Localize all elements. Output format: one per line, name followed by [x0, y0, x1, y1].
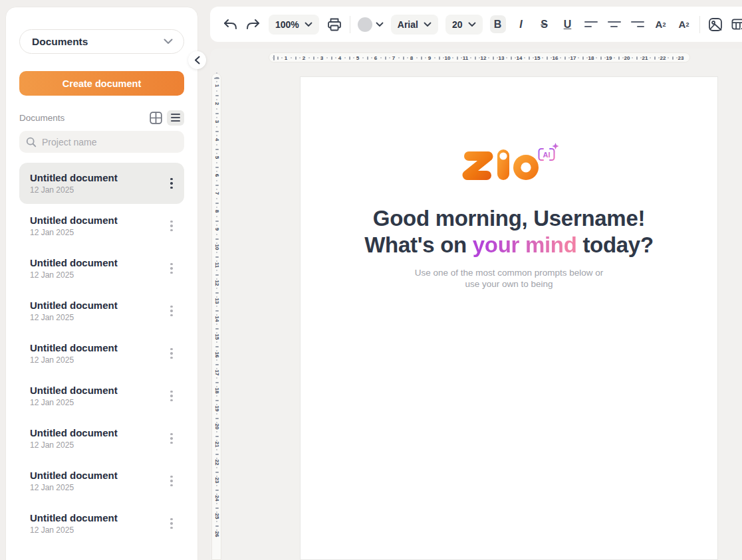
horizontal-ruler[interactable]: 1234567891011121314151617181920212223: [269, 52, 690, 62]
text-color-dropdown[interactable]: [358, 17, 384, 32]
ruler-number: 2: [303, 54, 305, 60]
ruler-number: 6: [374, 54, 377, 60]
ruler-number: 3: [213, 120, 219, 123]
editor-canvas: 1234567891011121314151617181920212223 12…: [210, 48, 742, 560]
create-document-button[interactable]: Create document: [19, 71, 184, 96]
document-item-text: Untitled document12 Jan 2025: [30, 215, 166, 237]
document-title: Untitled document: [30, 342, 166, 353]
document-date: 12 Jan 2025: [30, 270, 166, 280]
toolbar-divider: [699, 16, 700, 33]
ruler-number: 11: [463, 54, 468, 60]
font-size-value: 20: [452, 19, 463, 30]
italic-button[interactable]: I: [513, 15, 529, 33]
font-size-dropdown[interactable]: 20: [445, 15, 483, 35]
ruler-number: 16: [553, 54, 558, 60]
subscript-button[interactable]: A2: [676, 15, 692, 35]
grid-view-button[interactable]: [148, 110, 163, 125]
document-options-kebab-icon[interactable]: [166, 472, 178, 490]
insert-image-button[interactable]: [707, 15, 723, 35]
ruler-number: 14: [213, 316, 219, 322]
strikethrough-button[interactable]: S: [537, 15, 553, 33]
ruler-number: 22: [213, 460, 219, 466]
zoom-level-dropdown[interactable]: 100%: [269, 15, 319, 35]
svg-text:AI: AI: [543, 151, 550, 159]
ruler-number: 14: [517, 54, 523, 60]
document-list-item[interactable]: Untitled document12 Jan 2025: [19, 248, 184, 289]
ruler-number: 4: [213, 138, 219, 141]
font-family-value: Arial: [398, 19, 418, 30]
document-options-kebab-icon[interactable]: [166, 345, 178, 362]
chevron-down-icon: [424, 22, 432, 27]
ruler-number: 3: [320, 54, 323, 60]
document-title: Untitled document: [30, 427, 166, 438]
document-title: Untitled document: [30, 470, 166, 481]
chevron-down-icon: [164, 39, 173, 45]
ruler-number: 15: [535, 54, 541, 60]
undo-button[interactable]: [222, 15, 238, 35]
superscript-button[interactable]: A2: [653, 15, 669, 35]
document-list-item[interactable]: Untitled document12 Jan 2025: [19, 163, 184, 204]
greeting-heading: Good morning, Username! What's on your m…: [301, 205, 717, 258]
ruler-number: 9: [213, 228, 219, 231]
ruler-number: 18: [213, 388, 219, 394]
project-search-bar[interactable]: [19, 131, 184, 153]
insert-table-button[interactable]: [731, 15, 742, 35]
underline-button[interactable]: U: [560, 15, 576, 33]
vertical-ruler[interactable]: 1234567891011121314151617181920212223242…: [211, 73, 221, 560]
document-options-kebab-icon[interactable]: [166, 515, 178, 532]
document-list-item[interactable]: Untitled document12 Jan 2025: [19, 418, 184, 459]
document-options-kebab-icon[interactable]: [166, 430, 178, 447]
ruler-number: 17: [570, 54, 576, 60]
document-options-kebab-icon[interactable]: [166, 387, 178, 405]
chevron-down-icon: [305, 22, 312, 27]
document-options-kebab-icon[interactable]: [166, 175, 178, 192]
color-swatch-icon: [358, 17, 372, 32]
document-page[interactable]: AI Good morning, Username! What's on you…: [300, 76, 718, 560]
ruler-number: 6: [213, 174, 219, 177]
document-list-item[interactable]: Untitled document12 Jan 2025: [19, 460, 184, 502]
ruler-number: 15: [213, 334, 219, 340]
greeting-highlight: your mind: [473, 233, 577, 257]
document-list-item[interactable]: Untitled document12 Jan 2025: [19, 375, 184, 417]
align-right-button[interactable]: [630, 15, 646, 35]
document-date: 12 Jan 2025: [30, 228, 166, 237]
ruler-number: 24: [213, 496, 219, 502]
document-title: Untitled document: [30, 385, 166, 396]
document-list-item[interactable]: Untitled document12 Jan 2025: [19, 290, 184, 331]
workspace-selector-label: Documents: [32, 36, 88, 48]
ruler-number: 11: [213, 262, 219, 268]
search-input[interactable]: [42, 137, 178, 147]
ruler-number: 7: [392, 54, 395, 60]
document-list-item[interactable]: Untitled document12 Jan 2025: [19, 205, 184, 246]
document-item-text: Untitled document12 Jan 2025: [30, 470, 166, 492]
document-options-kebab-icon[interactable]: [166, 260, 178, 277]
documents-section-label: Documents: [19, 113, 148, 123]
ruler-number: 25: [213, 513, 219, 519]
ruler-number: 8: [410, 54, 413, 60]
redo-button[interactable]: [245, 15, 261, 35]
ruler-number: 12: [213, 280, 219, 286]
document-list-item[interactable]: Untitled document12 Jan 2025: [19, 333, 184, 374]
ruler-number: 13: [213, 298, 219, 304]
document-list-item[interactable]: Untitled document12 Jan 2025: [19, 503, 184, 544]
ruler-number: 22: [660, 54, 666, 60]
ruler-number: 12: [481, 54, 487, 60]
document-options-kebab-icon[interactable]: [166, 302, 178, 320]
sidebar-collapse-button[interactable]: [188, 51, 206, 69]
toolbar-divider: [350, 16, 350, 33]
ai-badge: AI: [539, 143, 558, 160]
print-button[interactable]: [326, 15, 342, 35]
document-date: 12 Jan 2025: [30, 483, 166, 492]
align-center-button[interactable]: [606, 15, 622, 35]
list-view-button[interactable]: [167, 110, 184, 126]
font-family-dropdown[interactable]: Arial: [391, 15, 438, 35]
workspace-selector-dropdown[interactable]: Documents: [19, 29, 184, 54]
ruler-number: 10: [213, 244, 219, 250]
document-item-text: Untitled document12 Jan 2025: [30, 427, 166, 450]
document-date: 12 Jan 2025: [30, 355, 166, 365]
bold-button[interactable]: B: [490, 15, 506, 33]
align-left-button[interactable]: [583, 15, 599, 35]
document-list: Untitled document12 Jan 2025Untitled doc…: [19, 163, 184, 544]
ruler-number: 21: [213, 442, 219, 448]
document-options-kebab-icon[interactable]: [166, 217, 178, 234]
